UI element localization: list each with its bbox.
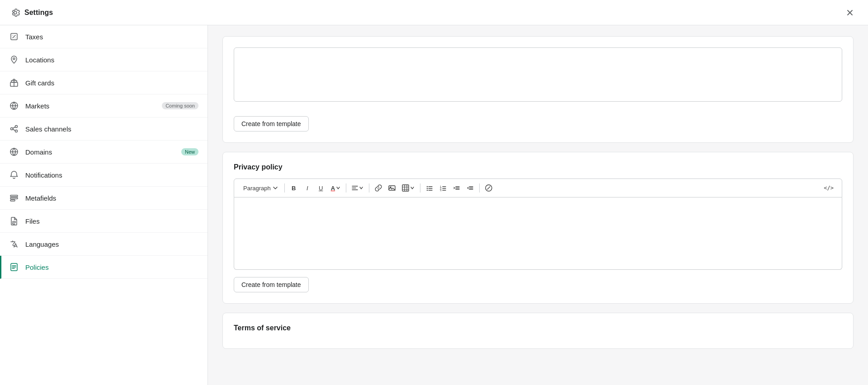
card-privacy-policy: Privacy policy Paragraph B I U A [222, 152, 854, 304]
sidebar-item-metafields-label: Metafields [25, 194, 198, 202]
text-color-button[interactable]: A [328, 183, 343, 193]
svg-point-17 [427, 188, 428, 189]
card-terms-of-service: Terms of service [222, 313, 854, 349]
sidebar-item-languages[interactable]: Languages [0, 233, 208, 256]
sidebar-item-markets-label: Markets [25, 102, 156, 110]
sidebar-item-sales-channels[interactable]: Sales channels [0, 117, 208, 141]
toolbar-divider-1 [284, 183, 285, 192]
indent-button[interactable] [464, 183, 476, 193]
bell-icon [9, 170, 19, 180]
svg-point-6 [15, 126, 18, 128]
unordered-list-button[interactable] [423, 183, 436, 193]
sidebar-item-locations[interactable]: Locations [0, 48, 208, 71]
image-button[interactable] [386, 183, 398, 193]
create-from-template-button-privacy[interactable]: Create from template [234, 277, 309, 292]
sidebar-item-notifications[interactable]: Notifications [0, 164, 208, 187]
sidebar-item-taxes[interactable]: Taxes [0, 25, 208, 48]
top-bar: Settings [0, 0, 868, 25]
sidebar-item-domains-label: Domains [25, 148, 175, 156]
sidebar-item-metafields[interactable]: Metafields [0, 187, 208, 210]
sidebar-item-taxes-label: Taxes [25, 33, 198, 41]
sidebar-item-domains[interactable]: Domains New [0, 141, 208, 164]
underline-button[interactable]: U [315, 183, 327, 193]
editor-partial-top[interactable] [234, 47, 842, 102]
main-layout: Taxes Locations Gift cards [0, 25, 868, 385]
close-button[interactable] [843, 5, 857, 20]
align-button[interactable] [349, 183, 366, 193]
page-title: Settings [24, 9, 53, 17]
sidebar-item-gift-cards-label: Gift cards [25, 79, 198, 87]
toolbar-divider-5 [479, 183, 480, 192]
taxes-icon [9, 32, 19, 42]
sidebar-item-files-label: Files [25, 217, 198, 225]
top-bar-left: Settings [11, 8, 53, 17]
svg-rect-11 [10, 200, 15, 201]
toolbar-divider-4 [420, 183, 420, 192]
editor-body-privacy-policy[interactable] [234, 197, 842, 270]
gift-icon [9, 78, 19, 88]
files-icon [9, 216, 19, 226]
link-button[interactable] [372, 183, 385, 193]
bold-button[interactable]: B [288, 183, 300, 193]
sidebar-item-files[interactable]: Files [0, 210, 208, 233]
paragraph-label: Paragraph [243, 185, 271, 192]
svg-rect-9 [10, 195, 18, 197]
sidebar-item-notifications-label: Notifications [25, 171, 198, 179]
sidebar-item-markets[interactable]: Markets Coming soon [0, 94, 208, 117]
paragraph-select[interactable]: Paragraph [240, 183, 282, 193]
code-view-button[interactable]: </> [821, 183, 836, 193]
svg-point-1 [13, 58, 15, 60]
markets-badge: Coming soon [162, 102, 198, 109]
domains-badge: New [181, 148, 198, 155]
privacy-policy-title: Privacy policy [234, 163, 842, 171]
outdent-button[interactable] [450, 183, 463, 193]
toolbar-divider-2 [346, 183, 346, 192]
sidebar-item-policies[interactable]: Policies [0, 256, 208, 279]
svg-rect-10 [10, 197, 18, 199]
sidebar-item-gift-cards[interactable]: Gift cards [0, 71, 208, 94]
editor-toolbar: Paragraph B I U A [234, 178, 842, 197]
settings-icon [11, 8, 20, 17]
sidebar: Taxes Locations Gift cards [0, 25, 208, 385]
svg-text:3.: 3. [440, 189, 442, 192]
sidebar-item-policies-label: Policies [25, 263, 198, 271]
no-format-button[interactable] [482, 183, 495, 193]
metafields-icon [9, 193, 19, 203]
sidebar-item-sales-channels-label: Sales channels [25, 125, 198, 133]
ordered-list-button[interactable]: 1.2.3. [437, 183, 449, 193]
svg-point-16 [427, 186, 428, 187]
sales-channels-icon [9, 124, 19, 134]
content-area: Create from template Privacy policy Para… [208, 25, 868, 385]
svg-point-5 [11, 128, 13, 130]
location-icon [9, 55, 19, 65]
languages-icon [9, 239, 19, 249]
terms-of-service-title: Terms of service [234, 324, 842, 332]
svg-rect-15 [402, 185, 409, 191]
card-top-partial: Create from template [222, 36, 854, 143]
svg-point-18 [427, 190, 428, 191]
toolbar-divider-3 [369, 183, 369, 192]
sidebar-item-locations-label: Locations [25, 56, 198, 64]
create-from-template-button-top[interactable]: Create from template [234, 116, 309, 131]
table-button[interactable] [399, 183, 417, 193]
svg-point-7 [15, 130, 18, 132]
sidebar-item-languages-label: Languages [25, 240, 198, 248]
policies-icon [9, 262, 19, 272]
italic-button[interactable]: I [301, 183, 314, 193]
globe-icon [9, 101, 19, 111]
globe2-icon [9, 147, 19, 157]
